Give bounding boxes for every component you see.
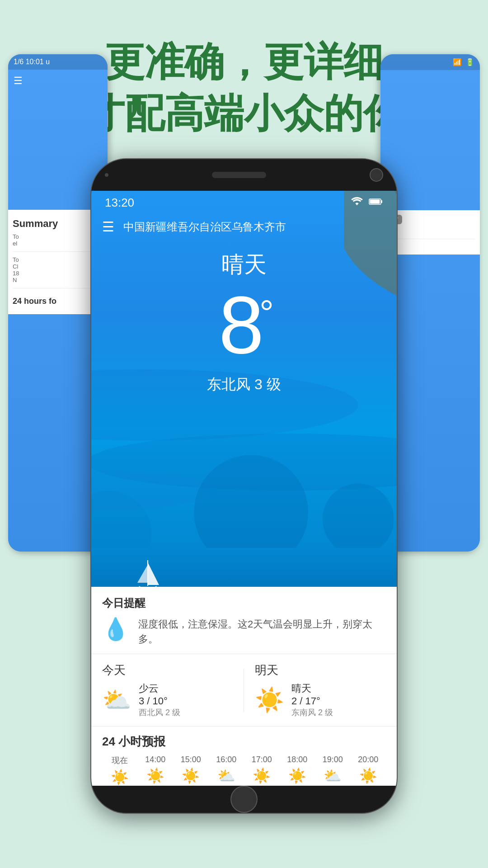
status-time: 13:20 <box>105 196 134 210</box>
forecast-tomorrow: 明天 ☀️ 晴天 2 / 17° 东南风 2 级 <box>244 654 397 726</box>
degree-symbol: ° <box>259 293 269 333</box>
phones-area: 13:20 <box>0 158 488 868</box>
status-bar: 13:20 <box>91 191 397 214</box>
hourly-item-0: 现在 ☀️ <box>102 755 138 786</box>
hourly-time-5: 18:00 <box>280 755 315 764</box>
reminder-title: 今日提醒 <box>102 596 386 610</box>
location-text: 中国新疆维吾尔自治区乌鲁木齐市 <box>123 220 286 234</box>
phone-camera <box>370 168 383 182</box>
menu-icon[interactable]: ☰ <box>102 219 114 235</box>
hourly-item-6: 19:00 ⛅ <box>315 755 351 786</box>
hourly-icon-3: ⛅ <box>209 767 244 784</box>
pbl-menu-icon: ☰ <box>8 70 108 92</box>
hourly-icon-0: ☀️ <box>102 769 138 786</box>
hourly-item-5: 18:00 ☀️ <box>280 755 315 786</box>
battery-icon <box>369 198 383 208</box>
svg-point-5 <box>323 483 394 547</box>
hourly-icon-1: ☀️ <box>138 767 174 784</box>
temp-value: 8 <box>219 279 259 370</box>
today-temp: 3 / 10° <box>139 695 180 707</box>
tomorrow-condition: 晴天 <box>291 682 333 695</box>
hourly-row: 现在 ☀️ 14:00 ☀️ 15:00 ☀️ <box>102 755 386 786</box>
hourly-icon-7: ☀️ <box>351 767 386 784</box>
phone-bottom-bar <box>91 786 397 813</box>
hourly-item-4: 17:00 ☀️ <box>244 755 280 786</box>
today-wind: 西北风 2 级 <box>139 707 180 718</box>
today-label: 今天 <box>102 662 233 678</box>
tomorrow-wind: 东南风 2 级 <box>291 707 333 718</box>
hourly-time-2: 15:00 <box>173 755 209 764</box>
wifi-icon <box>351 196 363 209</box>
phone-main: 13:20 <box>90 158 398 814</box>
reminder-text: 湿度很低，注意保湿。这2天气温会明显上升，别穿太多。 <box>138 617 386 646</box>
today-details: 少云 3 / 10° 西北风 2 级 <box>139 682 180 718</box>
hourly-item-2: 15:00 ☀️ <box>173 755 209 786</box>
hourly-item-1: 14:00 ☀️ <box>138 755 174 786</box>
wind-info: 东北风 3 级 <box>91 375 397 395</box>
24h-title: 24 小时预报 <box>102 734 386 750</box>
hourly-icon-2: ☀️ <box>173 767 209 784</box>
phone-speaker <box>105 173 108 177</box>
tomorrow-details: 晴天 2 / 17° 东南风 2 级 <box>291 682 333 718</box>
water-drop-icon: 💧 <box>102 617 129 642</box>
hourly-time-7: 20:00 <box>351 755 386 764</box>
reminder-content: 💧 湿度很低，注意保湿。这2天气温会明显上升，别穿太多。 <box>102 617 386 646</box>
phone-side-button-right <box>397 304 398 349</box>
tomorrow-weather-icon: ☀️ <box>255 686 284 714</box>
today-reminder-section: 今日提醒 💧 湿度很低，注意保湿。这2天气温会明显上升，别穿太多。 <box>91 587 397 654</box>
forecast-days: 今天 ⛅ 少云 3 / 10° 西北风 2 级 明天 <box>91 654 397 726</box>
hourly-time-1: 14:00 <box>138 755 174 764</box>
hourly-time-6: 19:00 <box>315 755 351 764</box>
svg-rect-8 <box>370 199 380 203</box>
today-condition: 少云 <box>139 682 180 695</box>
pbr-battery-icon: 🔋 <box>465 58 474 66</box>
top-nav: ☰ 中国新疆维吾尔自治区乌鲁木齐市 <box>91 214 397 239</box>
hourly-icon-6: ⛅ <box>315 767 351 784</box>
phone-earpiece <box>212 172 266 178</box>
forecast-today: 今天 ⛅ 少云 3 / 10° 西北风 2 级 <box>91 654 244 726</box>
hourly-icon-5: ☀️ <box>280 767 315 784</box>
hourly-icon-4: ☀️ <box>244 767 280 784</box>
white-content-area: 今日提醒 💧 湿度很低，注意保湿。这2天气温会明显上升，别穿太多。 今天 ⛅ <box>91 587 397 786</box>
phone-screen: 13:20 <box>91 191 397 786</box>
phone-top-bar <box>91 159 397 191</box>
home-button[interactable] <box>230 786 258 813</box>
weather-content: 晴天 8° 东北风 3 级 <box>91 250 397 395</box>
hourly-time-3: 16:00 <box>209 755 244 764</box>
hourly-time-4: 17:00 <box>244 755 280 764</box>
temperature: 8° <box>91 284 397 366</box>
hourly-item-3: 16:00 ⛅ <box>209 755 244 786</box>
status-icons <box>351 196 383 209</box>
pbr-wifi-icon: 📶 <box>453 58 462 66</box>
tomorrow-label: 明天 <box>255 662 386 678</box>
hourly-time-0: 现在 <box>102 755 138 766</box>
weather-condition: 晴天 <box>91 250 397 280</box>
24h-forecast-section: 24 小时预报 现在 ☀️ 14:00 ☀️ 15:00 <box>91 726 397 786</box>
hourly-item-7: 20:00 ☀️ <box>351 755 386 786</box>
weather-background: 13:20 <box>91 191 397 786</box>
tomorrow-temp: 2 / 17° <box>291 695 333 707</box>
pbl-date: 1/6 10:01 u <box>14 58 50 66</box>
svg-rect-7 <box>381 200 382 203</box>
today-weather-icon: ⛅ <box>102 686 131 714</box>
